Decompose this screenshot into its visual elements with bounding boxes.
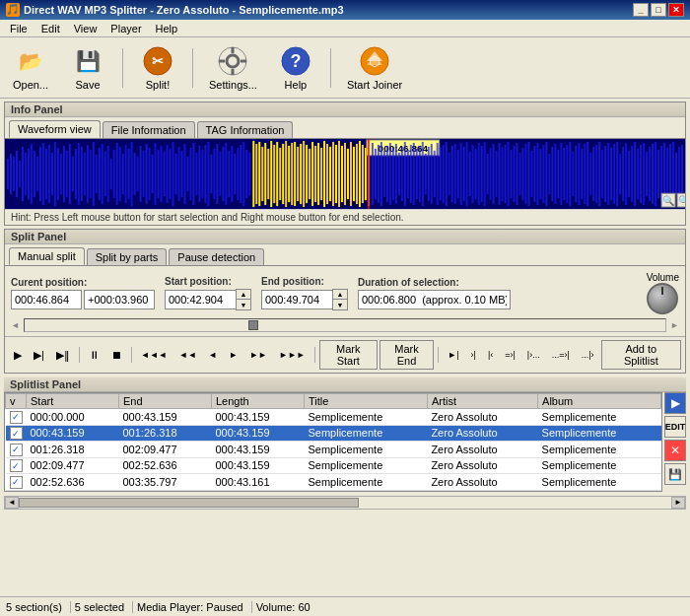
row-check[interactable]: ✓ <box>6 409 27 426</box>
horizontal-scrollbar[interactable]: ◄ ► <box>4 496 686 510</box>
current-offset-input[interactable] <box>84 290 155 309</box>
start-position-down[interactable]: ▼ <box>237 300 250 309</box>
svg-rect-86 <box>222 147 224 201</box>
split-button[interactable]: ✂ Split! <box>133 43 182 93</box>
duration-input[interactable] <box>358 290 511 309</box>
maximize-button[interactable]: □ <box>651 3 666 17</box>
play-selection-button[interactable]: ▶| <box>29 346 49 365</box>
play-to-sel-end[interactable]: ...=›| <box>547 347 575 363</box>
svg-rect-175 <box>478 143 480 205</box>
to-start-button[interactable]: ›| <box>466 347 481 363</box>
open-button[interactable]: 📂 Open... <box>6 43 55 93</box>
svg-rect-48 <box>110 159 112 190</box>
save-list-btn[interactable]: 💾 <box>664 463 686 485</box>
table-row[interactable]: ✓ 002:52.636 003:35.797 000:43.161 Sempl… <box>6 474 661 491</box>
menu-view[interactable]: View <box>68 22 104 35</box>
position-track[interactable] <box>24 318 666 332</box>
to-end-button[interactable]: |‹ <box>483 347 498 363</box>
play-sel-fwd[interactable]: |›... <box>522 347 545 363</box>
menu-edit[interactable]: Edit <box>35 22 66 35</box>
skip-fwd-3-button[interactable]: ►►► <box>274 347 310 363</box>
svg-rect-189 <box>518 153 520 195</box>
scroll-thumb[interactable] <box>19 498 359 508</box>
table-row[interactable]: ✓ 002:09.477 002:52.636 000:43.159 Sempl… <box>6 457 661 474</box>
help-button[interactable]: ? Help <box>271 43 320 93</box>
table-row[interactable]: ✓ 001:26.318 002:09.477 000:43.159 Sempl… <box>6 442 661 458</box>
settings-icon <box>217 45 248 77</box>
menu-file[interactable]: File <box>4 22 34 35</box>
table-row[interactable]: ✓ 000:00.000 000:43.159 000:43.159 Sempl… <box>6 409 661 426</box>
menu-player[interactable]: Player <box>104 22 147 35</box>
play-selected-btn[interactable]: ▶ <box>664 392 686 414</box>
tab-file-info[interactable]: File Information <box>103 121 195 138</box>
play-button[interactable]: ▶ <box>9 346 27 365</box>
end-position-input[interactable] <box>261 290 332 309</box>
svg-rect-221 <box>613 144 615 204</box>
waveform-display[interactable]: 000:46.864 <box>5 138 685 209</box>
svg-rect-45 <box>102 144 104 204</box>
row-check[interactable]: ✓ <box>6 442 27 458</box>
svg-rect-145 <box>389 143 391 205</box>
scroll-right-button[interactable]: ► <box>671 497 685 509</box>
svg-rect-158 <box>428 147 430 201</box>
pause-button[interactable]: ⏸ <box>84 346 104 364</box>
skip-fwd-2-button[interactable]: ►► <box>244 347 272 363</box>
checkbox[interactable]: ✓ <box>10 427 23 440</box>
row-check[interactable]: ✓ <box>6 425 27 442</box>
skip-back-1-button[interactable]: ◄ <box>203 347 222 363</box>
row-check[interactable]: ✓ <box>6 474 27 491</box>
checkbox[interactable]: ✓ <box>10 444 23 456</box>
start-position-up[interactable]: ▲ <box>237 290 250 300</box>
checkbox[interactable]: ✓ <box>10 476 23 489</box>
checkbox[interactable]: ✓ <box>10 411 23 424</box>
play-end-button[interactable]: ▶‖ <box>51 346 75 365</box>
skip-back-3-button[interactable]: ◄◄◄ <box>136 347 172 363</box>
skip-back-2-button[interactable]: ◄◄ <box>174 347 202 363</box>
svg-rect-73 <box>183 144 185 204</box>
table-row[interactable]: ✓ 000:43.159 001:26.318 000:43.159 Sempl… <box>6 425 661 442</box>
play-after-sel[interactable]: ...|› <box>577 347 599 363</box>
settings-button[interactable]: Settings... <box>203 43 263 93</box>
scroll-left-button[interactable]: ◄ <box>5 497 19 509</box>
svg-rect-239 <box>666 148 668 200</box>
current-position-input[interactable] <box>11 290 82 309</box>
mark-end-button[interactable]: Mark End <box>380 340 435 370</box>
start-position-input[interactable] <box>165 290 236 309</box>
svg-rect-21 <box>31 144 33 204</box>
joiner-button[interactable]: ⬡ Start Joiner <box>341 43 408 93</box>
minimize-button[interactable]: _ <box>633 3 649 17</box>
window-controls[interactable]: _ □ ✕ <box>633 3 684 17</box>
jump-sel-start[interactable]: =›| <box>500 347 520 363</box>
svg-rect-80 <box>204 145 206 203</box>
svg-rect-226 <box>628 151 630 197</box>
mark-start-button[interactable]: Mark Start <box>319 340 378 370</box>
tab-pause-detection[interactable]: Pause detection <box>169 248 264 265</box>
start-position-spinners[interactable]: ▲ ▼ <box>236 289 251 310</box>
menu-help[interactable]: Help <box>150 22 184 35</box>
volume-knob[interactable] <box>647 283 678 314</box>
svg-rect-93 <box>242 142 244 206</box>
position-thumb[interactable] <box>248 320 258 330</box>
svg-rect-54 <box>128 149 130 199</box>
toolbar: 📂 Open... 💾 Save ✂ Split! Settings. <box>0 37 690 99</box>
end-position-down[interactable]: ▼ <box>333 300 347 309</box>
stop-button[interactable]: ⏹ <box>106 346 127 364</box>
end-position-up[interactable]: ▲ <box>333 290 347 300</box>
tab-manual-split[interactable]: Manual split <box>9 247 85 265</box>
play-marked-button[interactable]: ►| <box>443 347 463 363</box>
svg-rect-116 <box>311 142 313 206</box>
tab-split-parts[interactable]: Split by parts <box>87 248 168 265</box>
delete-btn[interactable]: ✕ <box>664 440 686 461</box>
skip-fwd-1-button[interactable]: ► <box>224 347 242 363</box>
checkbox[interactable]: ✓ <box>10 459 23 472</box>
svg-rect-154 <box>416 149 418 199</box>
add-to-splitlist-button[interactable]: Add to Splitlist <box>601 340 681 370</box>
close-button[interactable]: ✕ <box>668 3 684 17</box>
end-position-spinners[interactable]: ▲ ▼ <box>332 289 348 310</box>
save-button[interactable]: 💾 Save <box>63 43 112 93</box>
row-check[interactable]: ✓ <box>6 457 27 474</box>
edit-btn[interactable]: EDIT <box>664 416 686 438</box>
tab-waveform[interactable]: Waveform view <box>9 120 101 138</box>
svg-rect-36 <box>75 149 77 199</box>
tab-tag-info[interactable]: TAG Information <box>197 121 294 138</box>
